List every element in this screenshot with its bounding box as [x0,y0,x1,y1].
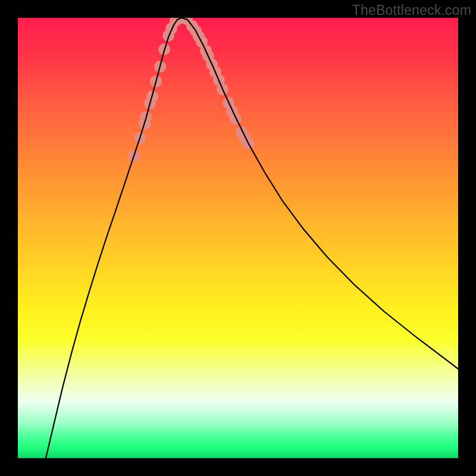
curve-dot [230,113,242,125]
bottleneck-curve [46,18,458,458]
plot-area [18,18,458,458]
curve-layer [18,18,458,458]
curve-dots-group [128,18,254,162]
watermark-text: TheBottleneck.com [352,2,471,18]
chart-frame: TheBottleneck.com [0,0,476,476]
